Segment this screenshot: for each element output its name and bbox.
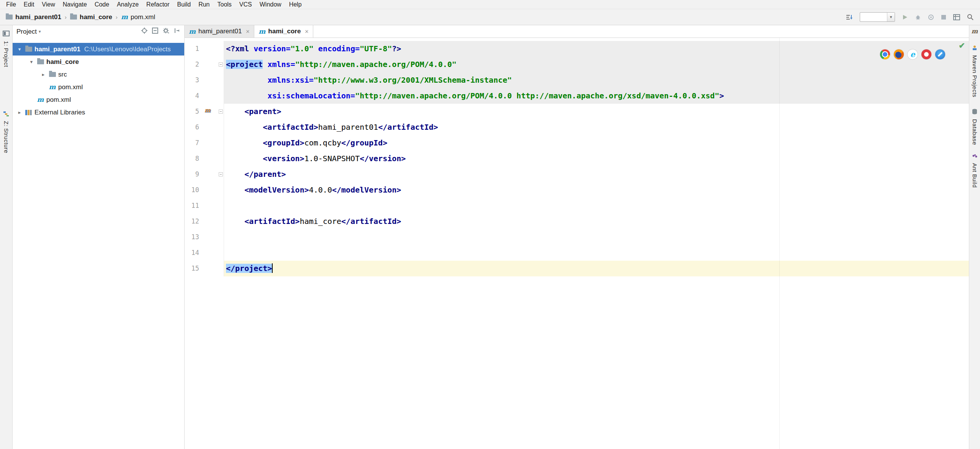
menu-refactor[interactable]: Refactor	[142, 0, 173, 9]
editor-body[interactable]: ✔ e 1<?xml version="1.0" encoding="UTF-8…	[185, 38, 969, 449]
coverage-icon[interactable]	[928, 14, 934, 20]
fold-start-icon[interactable]	[219, 62, 223, 67]
browser-preview-bar: e	[880, 49, 945, 59]
opera-icon[interactable]	[921, 49, 931, 59]
fold-end-icon[interactable]	[219, 172, 223, 176]
collapse-all-icon[interactable]	[152, 28, 158, 36]
code-text: <parent>	[224, 104, 969, 119]
close-icon[interactable]: ✕	[304, 29, 309, 34]
gear-icon[interactable]	[163, 28, 170, 36]
run-icon[interactable]	[902, 14, 908, 20]
inspection-ok-icon: ✔	[959, 41, 965, 50]
tree-item-hami-parent01[interactable]: ▾hami_parent01C:\Users\Lenovo\IdeaProjec…	[13, 43, 184, 56]
code-text: </project>	[224, 261, 969, 276]
gutter	[199, 41, 224, 57]
code-line-5[interactable]: 5m <parent>	[185, 104, 969, 119]
tree-item-label: hami_core	[46, 58, 79, 66]
tree-expand-icon[interactable]: ▾	[28, 59, 35, 65]
project-panel-title[interactable]: Project	[16, 28, 37, 36]
tree-item-hami-core[interactable]: ▾hami_core	[13, 56, 184, 68]
hide-panel-icon[interactable]	[174, 28, 180, 36]
menu-help[interactable]: Help	[285, 0, 306, 9]
menu-navigate[interactable]: Navigate	[59, 0, 91, 9]
gutter-maven-parent-icon[interactable]: m	[205, 107, 211, 114]
tree-expand-icon[interactable]: ▾	[16, 46, 23, 52]
gutter	[199, 198, 224, 214]
code-line-7[interactable]: 7 <groupId>com.qcby</groupId>	[185, 135, 969, 151]
code-line-2[interactable]: 2<project xmlns="http://maven.apache.org…	[185, 57, 969, 72]
breadcrumb-item-pom-xml[interactable]: mpom.xml	[120, 13, 156, 22]
layout-icon[interactable]	[953, 14, 960, 20]
code-line-11[interactable]: 11	[185, 198, 969, 214]
tree-item-label: pom.xml	[58, 83, 83, 91]
breadcrumb-label: pom.xml	[131, 13, 155, 21]
gutter: m	[199, 104, 224, 119]
tool-window-button-maven-projects[interactable]: Maven Projects	[969, 45, 980, 97]
search-icon[interactable]	[967, 14, 974, 21]
ie-icon[interactable]: e	[908, 49, 918, 59]
maven-logo-icon[interactable]: m	[969, 28, 980, 35]
menu-code[interactable]: Code	[91, 0, 113, 9]
code-line-1[interactable]: 1<?xml version="1.0" encoding="UTF-8"?>	[185, 41, 969, 57]
chrome-icon[interactable]	[880, 49, 890, 59]
debug-icon[interactable]	[915, 14, 921, 20]
run-configuration-dropdown[interactable]: ▾	[860, 12, 895, 22]
menu-run[interactable]: Run	[195, 0, 213, 9]
code-line-3[interactable]: 3 xmlns:xsi="http://www.w3.org/2001/XMLS…	[185, 72, 969, 88]
tree-expand-icon[interactable]: ▸	[16, 109, 23, 115]
menu-file[interactable]: File	[2, 0, 20, 9]
fold-start-icon[interactable]	[219, 109, 223, 114]
library-icon	[25, 110, 32, 115]
menu-vcs[interactable]: VCS	[236, 0, 256, 9]
firefox-icon[interactable]	[894, 49, 904, 59]
code-text	[224, 229, 969, 245]
tree-item-pom-xml[interactable]: mpom.xml	[13, 93, 184, 106]
code-line-8[interactable]: 8 <version>1.0-SNAPSHOT</version>	[185, 151, 969, 167]
breadcrumb-item-hami-parent01[interactable]: hami_parent01	[5, 13, 62, 22]
tool-window-button-z-structure[interactable]: Z: Structure	[0, 111, 12, 153]
line-number: 1	[185, 41, 199, 57]
tool-window-button-ant-build[interactable]: Ant Build	[969, 153, 980, 188]
breadcrumb: hami_parent01›hami_core›mpom.xml	[5, 13, 156, 22]
editor-tabs: mhami_parent01✕mhami_core✕	[185, 25, 969, 38]
tree-expand-icon[interactable]: ▸	[39, 72, 47, 77]
menu-edit[interactable]: Edit	[20, 0, 38, 9]
line-number: 11	[185, 198, 199, 214]
code-text: <project xmlns="http://maven.apache.org/…	[224, 57, 969, 72]
menu-tools[interactable]: Tools	[213, 0, 235, 9]
maven-file-icon: m	[37, 96, 44, 103]
tree-item-src[interactable]: ▸src	[13, 68, 184, 81]
breadcrumb-item-hami-core[interactable]: hami_core	[69, 13, 113, 22]
line-number: 8	[185, 151, 199, 167]
tool-window-button-database[interactable]: Database	[969, 109, 980, 145]
tool-window-button-1-project[interactable]: 1: Project	[0, 31, 12, 67]
close-icon[interactable]: ✕	[245, 29, 250, 34]
code-line-10[interactable]: 10 <modelVersion>4.0.0</modelVersion>	[185, 182, 969, 198]
editor-tab-hami-parent01[interactable]: mhami_parent01✕	[185, 25, 254, 38]
code-line-6[interactable]: 6 <artifactId>hami_parent01</artifactId>	[185, 119, 969, 135]
menu-window[interactable]: Window	[256, 0, 285, 9]
code-line-9[interactable]: 9 </parent>	[185, 167, 969, 182]
chevron-down-icon[interactable]: ▾	[39, 29, 41, 34]
menu-build[interactable]: Build	[173, 0, 195, 9]
maven-icon	[972, 45, 977, 52]
editor-tab-hami-core[interactable]: mhami_core✕	[254, 25, 313, 38]
tree-item-pom-xml[interactable]: mpom.xml	[13, 81, 184, 93]
gutter	[199, 72, 224, 88]
chevron-down-icon[interactable]: ▾	[887, 13, 895, 21]
code-line-15[interactable]: 15</project>	[185, 261, 969, 276]
code-line-12[interactable]: 12 <artifactId>hami_core</artifactId>	[185, 214, 969, 229]
code-line-4[interactable]: 4 xsi:schemaLocation="http://maven.apach…	[185, 88, 969, 104]
code-line-13[interactable]: 13	[185, 229, 969, 245]
line-number: 12	[185, 214, 199, 229]
tool-window-label: Database	[972, 119, 978, 145]
tree-item-external-libraries[interactable]: ▸External Libraries	[13, 106, 184, 119]
menu-view[interactable]: View	[38, 0, 59, 9]
code-text: <?xml version="1.0" encoding="UTF-8"?>	[224, 41, 969, 57]
menu-analyze[interactable]: Analyze	[113, 0, 142, 9]
safari-icon[interactable]	[935, 49, 945, 59]
sort-icon[interactable]	[845, 14, 853, 21]
stop-icon[interactable]	[941, 15, 946, 20]
code-line-14[interactable]: 14	[185, 245, 969, 261]
locate-icon[interactable]	[141, 28, 147, 36]
